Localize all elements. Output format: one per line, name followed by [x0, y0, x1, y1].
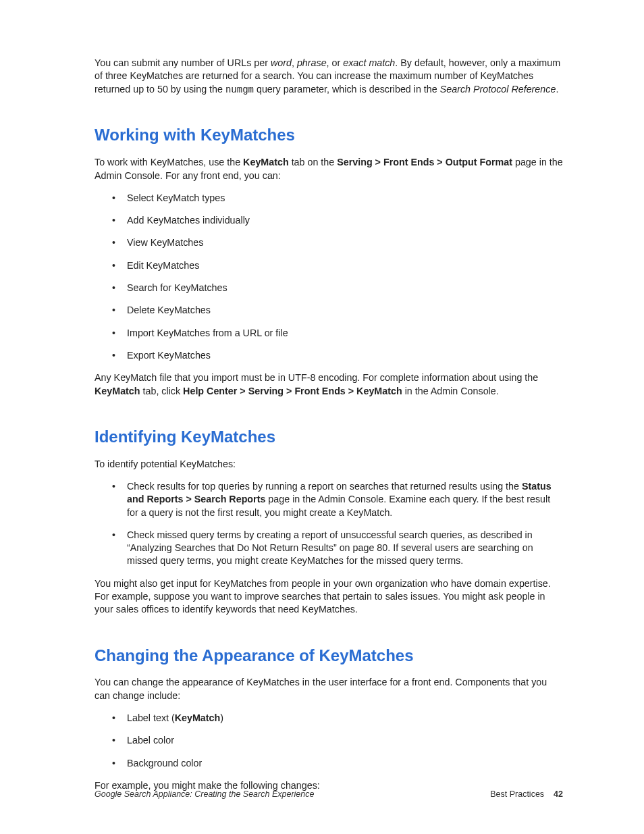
- list-item: Label text (KeyMatch): [112, 712, 563, 725]
- intro-paragraph: You can submit any number of URLs per wo…: [95, 57, 563, 96]
- text: To work with KeyMatches, use the: [95, 157, 243, 167]
- text: Check results for top queries by running…: [127, 481, 522, 492]
- list-item: Search for KeyMatches: [112, 282, 563, 294]
- list-item: Add KeyMatches individually: [112, 214, 563, 227]
- list-item: Label color: [112, 734, 563, 747]
- identifying-bullet-list: Check results for top queries by running…: [95, 480, 563, 568]
- code-numgm: numgm: [225, 84, 254, 95]
- list-item: Background color: [112, 757, 563, 770]
- page-number: 42: [554, 789, 563, 799]
- footer-section-label: Best Practices: [490, 789, 544, 799]
- list-item: Delete KeyMatches: [112, 304, 563, 317]
- working-bullet-list: Select KeyMatch types Add KeyMatches ind…: [95, 192, 563, 362]
- footer-doc-title: Google Search Appliance: Creating the Se…: [95, 789, 314, 799]
- list-item: Check missed query terms by creating a r…: [112, 529, 563, 568]
- list-item: Select KeyMatch types: [112, 192, 563, 205]
- emphasis-exact-match: exact match: [343, 57, 395, 68]
- list-item: Check results for top queries by running…: [112, 480, 563, 519]
- changing-bullet-list: Label text (KeyMatch) Label color Backgr…: [95, 712, 563, 770]
- reference-title: Search Protocol Reference: [440, 84, 556, 95]
- working-intro-paragraph: To work with KeyMatches, use the KeyMatc…: [95, 156, 563, 182]
- changing-intro-paragraph: You can change the appearance of KeyMatc…: [95, 676, 563, 702]
- text: Label text (: [127, 712, 175, 723]
- text: ): [220, 712, 223, 723]
- list-item: Import KeyMatches from a URL or file: [112, 327, 563, 340]
- identifying-intro-paragraph: To identify potential KeyMatches:: [95, 458, 563, 471]
- emphasis-phrase: phrase: [297, 57, 327, 68]
- heading-working-with-keymatches: Working with KeyMatches: [95, 126, 563, 145]
- page-footer: Google Search Appliance: Creating the Se…: [95, 789, 563, 799]
- text: tab, click: [140, 386, 184, 396]
- text: , or: [327, 57, 344, 68]
- text: .: [556, 84, 558, 95]
- list-item: Export KeyMatches: [112, 349, 563, 362]
- document-page: You can submit any number of URLs per wo…: [0, 0, 644, 834]
- identifying-note-paragraph: You might also get input for KeyMatches …: [95, 577, 563, 617]
- ui-term-keymatch: KeyMatch: [175, 712, 221, 723]
- text: in the Admin Console.: [402, 386, 499, 396]
- text: You can submit any number of URLs per: [95, 57, 271, 68]
- ui-path-help-center: Help Center > Serving > Front Ends > Key…: [183, 386, 402, 396]
- ui-path-serving: Serving > Front Ends > Output Format: [337, 157, 512, 167]
- footer-section: Best Practices42: [490, 789, 563, 799]
- text: Any KeyMatch file that you import must b…: [95, 372, 538, 383]
- text: ,: [292, 57, 297, 68]
- ui-term-keymatch: KeyMatch: [243, 157, 289, 167]
- text: tab on the: [289, 157, 338, 167]
- text: query parameter, which is described in t…: [254, 84, 440, 95]
- list-item: Edit KeyMatches: [112, 259, 563, 272]
- heading-identifying-keymatches: Identifying KeyMatches: [95, 427, 563, 447]
- ui-term-keymatch: KeyMatch: [95, 386, 140, 396]
- emphasis-word: word: [271, 57, 292, 68]
- working-note-paragraph: Any KeyMatch file that you import must b…: [95, 371, 563, 398]
- heading-changing-appearance: Changing the Appearance of KeyMatches: [95, 646, 563, 666]
- list-item: View KeyMatches: [112, 236, 563, 249]
